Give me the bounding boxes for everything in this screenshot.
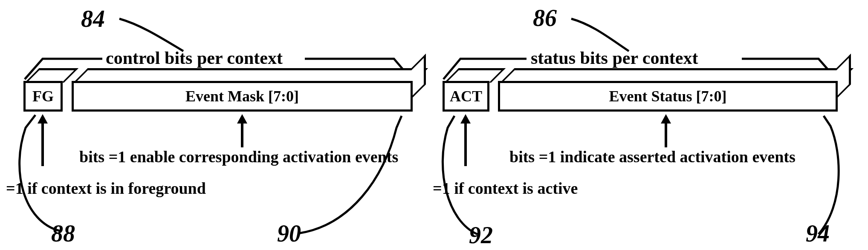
ref-92: 92 [469, 221, 493, 249]
status-arrow-head [661, 114, 671, 124]
act-desc: =1 if context is active [433, 179, 578, 198]
diagram-root: control bits per context FG Event Mask [… [0, 0, 868, 250]
mask-desc: bits =1 enable corresponding activation … [79, 147, 398, 166]
act-label: ACT [450, 87, 482, 105]
mask-arrow-stem [241, 124, 243, 147]
fg-desc: =1 if context is in foreground [6, 179, 206, 198]
fg-top-face [25, 68, 78, 83]
event-status-box: Event Status [7:0] [498, 81, 838, 112]
event-mask-label: Event Mask [7:0] [185, 87, 299, 105]
act-top-face [444, 68, 506, 83]
ref-88: 88 [51, 220, 75, 247]
status-side-face [836, 54, 851, 99]
fg-box: FG [23, 81, 63, 112]
ref-90: 90 [277, 220, 301, 247]
act-arrow-stem [464, 124, 467, 166]
status-top-face [500, 68, 854, 83]
status-arrow-stem [665, 124, 667, 147]
ref-86: 86 [533, 4, 557, 32]
status-desc: bits =1 indicate asserted activation eve… [509, 147, 796, 166]
left-header: control bits per context [106, 48, 283, 68]
event-mask-box: Event Mask [7:0] [72, 81, 413, 112]
ref-84: 84 [81, 5, 105, 32]
fg-arrow-head [38, 114, 48, 124]
act-arrow-head [460, 114, 471, 124]
mask-arrow-head [237, 114, 247, 124]
mask-side-face [411, 54, 426, 99]
act-box: ACT [443, 81, 489, 112]
right-header: status bits per context [531, 48, 698, 68]
event-status-label: Event Status [7:0] [609, 87, 727, 105]
fg-arrow-stem [41, 124, 44, 166]
mask-top-face [73, 68, 428, 83]
fg-label: FG [32, 87, 54, 105]
connector-lines [0, 0, 868, 250]
ref-94: 94 [806, 220, 830, 247]
